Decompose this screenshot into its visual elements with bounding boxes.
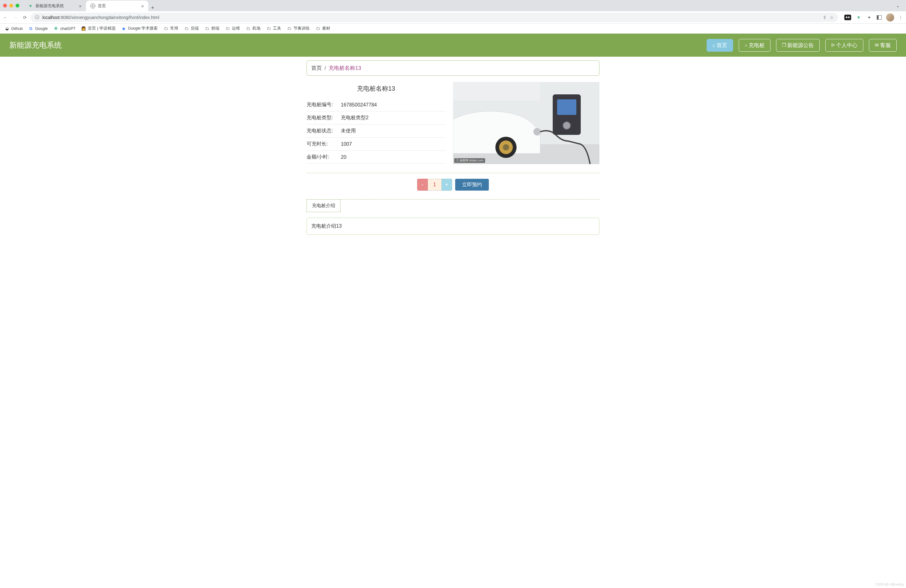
nav-profile-button[interactable]: ᐅ个人中心 [825, 39, 863, 52]
bookmark-item[interactable]: ◒Github [4, 26, 23, 31]
bookmark-item[interactable]: ֎chatGPT [53, 26, 75, 31]
bookmark-folder[interactable]: 🗀机场 [246, 26, 260, 31]
bookmarks-bar: ◒Github GGoogle ֎chatGPT 👩首页 | 毕设精选 ◆Goo… [0, 24, 906, 33]
bookmark-folder[interactable]: 🗀节奏训练 [287, 26, 310, 31]
tab-strip: ▼ 新能源充电系统 × 首页 × + [24, 0, 896, 11]
bookmark-folder[interactable]: 🗀后端 [184, 26, 199, 31]
back-button[interactable]: ← [3, 15, 8, 20]
image-watermark: ⓘ 摄图网 699pic.com [454, 158, 485, 163]
page-container: 首页 / 充电桩名称13 充电桩名称13 充电桩编号:1678500247784… [306, 61, 600, 235]
field-label: 金额/小时: [306, 151, 341, 164]
breadcrumb-home[interactable]: 首页 [311, 65, 322, 71]
nav-home-button[interactable]: ⌂首页 [707, 39, 733, 52]
bookmark-item[interactable]: ◆Google 学术搜索 [121, 26, 158, 31]
extensions-icon[interactable]: ✦ [866, 14, 873, 21]
table-row: 充电桩编号:1678500247784 [306, 99, 445, 112]
address-bar[interactable]: ⓘ localhost:8080/xinnengyuanchongdainxit… [30, 13, 838, 22]
detail-table: 充电桩编号:1678500247784 充电桩类型:充电桩类型2 充电桩状态:未… [306, 99, 445, 164]
star-icon[interactable]: ☆ [829, 15, 834, 20]
detail-image: ⓘ 摄图网 699pic.com [453, 82, 600, 164]
svg-point-7 [503, 144, 509, 150]
intro-tab-row: 充电桩介绍 [306, 199, 600, 212]
vue-icon: ▼ [28, 3, 33, 8]
detail-title: 充电桩名称13 [306, 84, 445, 93]
nav-charger-button[interactable]: ○充电桩 [739, 39, 770, 52]
minimize-window-button[interactable] [10, 4, 13, 8]
close-tab-icon[interactable]: × [141, 3, 144, 9]
url-text: localhost:8080/xinnengyuanchongdainxiton… [42, 15, 159, 20]
table-row: 金额/小时:20 [306, 151, 445, 164]
folder-icon: 🗀 [225, 26, 230, 31]
table-row: 充电桩状态:未使用 [306, 124, 445, 138]
tab-title: 首页 [98, 3, 106, 9]
github-icon: ◒ [4, 26, 10, 31]
table-row: 充电桩类型:充电桩类型2 [306, 112, 445, 124]
profile-avatar[interactable] [886, 13, 894, 21]
chat-icon: ✉ [875, 42, 879, 48]
titlebar: ▼ 新能源充电系统 × 首页 × + ⌄ [0, 0, 906, 11]
folder-icon: 🗀 [204, 26, 209, 31]
extension-icon[interactable] [844, 14, 851, 20]
google-icon: G [28, 26, 33, 31]
tab-item[interactable]: ▼ 新能源充电系统 × [24, 1, 86, 11]
action-row: - + 立即预约 [306, 179, 600, 191]
field-value: 20 [341, 151, 445, 164]
field-label: 充电桩状态: [306, 124, 341, 138]
detail-section: 充电桩名称13 充电桩编号:1678500247784 充电桩类型:充电桩类型2… [306, 82, 600, 164]
folder-icon: 🗀 [315, 26, 320, 31]
plus-button[interactable]: + [442, 179, 452, 191]
reload-button[interactable]: ⟳ [23, 15, 27, 20]
tab-item[interactable]: 首页 × [86, 1, 148, 11]
svg-rect-3 [557, 99, 576, 115]
bookmark-folder[interactable]: 🗀常用 [163, 26, 178, 31]
bookmark-folder[interactable]: 🗀前端 [204, 26, 219, 31]
tabs-overflow-icon[interactable]: ⌄ [896, 3, 900, 8]
bookmark-item[interactable]: 👩首页 | 毕设精选 [81, 26, 115, 31]
browser-chrome: ▼ 新能源充电系统 × 首页 × + ⌄ ← → ⟳ ⓘ localhost:8… [0, 0, 906, 33]
field-label: 可充时长: [306, 138, 341, 151]
nav-service-button[interactable]: ✉客服 [869, 39, 896, 52]
app-title: 新能源充电系统 [10, 40, 62, 50]
menu-icon[interactable]: ⋮ [898, 15, 903, 20]
globe-icon [90, 3, 95, 8]
bookmark-folder[interactable]: 🗀素材 [315, 26, 330, 31]
chatgpt-icon: ֎ [53, 26, 58, 31]
cube-icon: ❒ [782, 42, 786, 48]
app-nav: ⌂首页 ○充电桩 ❒新能源公告 ᐅ个人中心 ✉客服 [707, 39, 896, 52]
folder-icon: 🗀 [266, 26, 271, 31]
forward-button[interactable]: → [13, 15, 18, 20]
close-tab-icon[interactable]: × [79, 3, 81, 9]
field-value: 1678500247784 [341, 99, 445, 112]
tab-title: 新能源充电系统 [35, 3, 64, 9]
bookmark-folder[interactable]: 🗀运维 [225, 26, 240, 31]
folder-icon: 🗀 [163, 26, 168, 31]
minus-button[interactable]: - [417, 179, 428, 191]
new-tab-button[interactable]: + [148, 5, 157, 11]
share-icon[interactable]: ⇪ [823, 15, 826, 20]
intro-tab[interactable]: 充电桩介绍 [306, 199, 341, 212]
side-panel-icon[interactable] [877, 15, 882, 20]
folder-icon: 🗀 [246, 26, 250, 31]
bookmark-folder[interactable]: 🗀工具 [266, 26, 281, 31]
maximize-window-button[interactable] [16, 4, 19, 8]
folder-icon: 🗀 [287, 26, 292, 31]
breadcrumb-current: 充电桩名称13 [329, 65, 361, 71]
svg-rect-9 [453, 82, 540, 100]
field-value: 未使用 [341, 124, 445, 138]
nav-notice-button[interactable]: ❒新能源公告 [776, 39, 820, 52]
field-value: 充电桩类型2 [341, 112, 445, 124]
bookmark-item[interactable]: GGoogle [28, 26, 48, 31]
quantity-stepper: - + [417, 179, 452, 191]
table-row: 可充时长:1007 [306, 138, 445, 151]
quantity-input[interactable] [428, 179, 442, 191]
vue-devtools-icon[interactable]: ▼ [855, 14, 862, 21]
divider [306, 173, 600, 173]
close-window-button[interactable] [3, 4, 7, 8]
field-label: 充电桩编号: [306, 99, 341, 112]
field-label: 充电桩类型: [306, 112, 341, 124]
window-controls [3, 4, 19, 8]
info-icon[interactable]: ⓘ [35, 14, 39, 20]
toolbar: ← → ⟳ ⓘ localhost:8080/xinnengyuanchongd… [0, 11, 906, 24]
book-now-button[interactable]: 立即预约 [455, 179, 489, 191]
field-value: 1007 [341, 138, 445, 151]
